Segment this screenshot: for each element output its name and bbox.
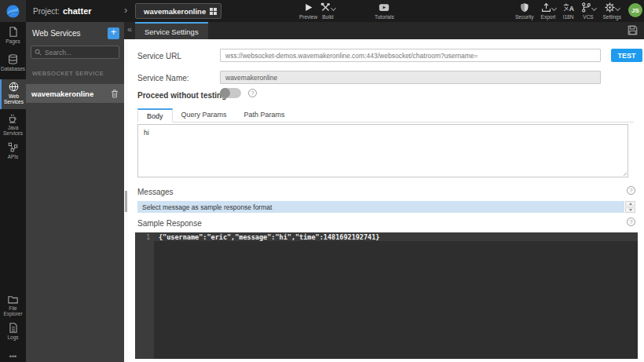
websocket-service-section-title: WEBSOCKET SERVICE <box>26 70 124 77</box>
service-settings-content: Service URL TEST Service Name: Proceed w… <box>124 39 644 362</box>
scroll-down-button[interactable] <box>625 207 635 213</box>
panel-header: Web Services + <box>26 22 124 44</box>
editor-tab-bar: « Service Settings <box>124 22 644 39</box>
project-breadcrumb: Project: chatter <box>33 0 92 22</box>
settings-button[interactable]: Settings <box>603 2 622 20</box>
panel-title: Web Services <box>32 29 108 38</box>
service-url-label: Service URL <box>137 52 181 60</box>
messages-help-icon[interactable]: ? <box>627 186 635 195</box>
sidebar-item-java-services[interactable]: Java Services <box>0 111 26 137</box>
service-tab[interactable]: wavemakeronline <box>135 3 221 19</box>
wavemaker-logo-icon <box>6 5 20 18</box>
i18n-translate-icon: A <box>563 2 574 13</box>
tab-path-params[interactable]: Path Params <box>236 108 294 122</box>
build-caret-icon <box>331 5 336 11</box>
service-name-input <box>220 71 601 84</box>
search-icon <box>35 49 42 56</box>
add-service-button[interactable]: + <box>108 27 119 39</box>
web-services-globe-icon <box>9 82 19 92</box>
toggle-knob <box>220 88 230 98</box>
settings-gear-icon <box>605 2 615 13</box>
search-input[interactable] <box>45 49 115 57</box>
pages-icon <box>9 27 18 37</box>
save-icon[interactable] <box>628 25 638 35</box>
collapse-panel-button[interactable]: « <box>127 24 132 34</box>
proceed-without-testing-label: Proceed without testing <box>137 91 226 100</box>
service-name-label: Service Name: <box>137 74 189 82</box>
request-tabs: Body Query Params Path Params <box>137 108 634 122</box>
more-dots-icon: ••• <box>9 353 16 360</box>
line-number: 1 <box>135 233 150 241</box>
service-list-item[interactable]: wavemakeronline <box>26 84 124 103</box>
export-caret-icon <box>551 5 556 11</box>
project-name[interactable]: chatter <box>63 6 92 16</box>
scroll-up-button[interactable] <box>625 201 635 207</box>
left-nav-rail: Pages Databases Web Services <box>0 22 26 362</box>
body-textarea[interactable]: hi <box>138 125 628 177</box>
service-tab-label: wavemakeronline <box>144 7 206 16</box>
sidebar-item-logs[interactable]: Logs <box>0 320 26 340</box>
service-item-label: wavemakeronline <box>31 90 111 98</box>
sidebar-item-web-services[interactable]: Web Services <box>0 79 26 109</box>
messages-label: Messages <box>137 188 174 196</box>
sidebar-item-databases[interactable]: Databases <box>0 52 26 71</box>
tab-service-settings[interactable]: Service Settings <box>135 22 208 39</box>
export-button[interactable]: Export <box>541 2 556 20</box>
build-button[interactable]: Build <box>320 2 335 20</box>
java-services-coffee-icon <box>8 113 18 123</box>
wavemaker-logo[interactable] <box>0 0 26 22</box>
vcs-caret-icon <box>591 5 596 11</box>
body-textarea-wrap: hi <box>137 124 628 177</box>
databases-icon <box>8 54 18 64</box>
svg-text:A: A <box>569 5 573 13</box>
test-button[interactable]: TEST <box>611 49 642 62</box>
security-button[interactable]: Security <box>515 2 533 20</box>
service-search-box[interactable] <box>31 46 119 59</box>
tutorials-video-icon <box>379 2 390 13</box>
message-list-selected-item[interactable]: Select message as sample response format <box>137 201 624 213</box>
vcs-button[interactable]: VCS <box>581 2 596 20</box>
apis-icon <box>8 142 18 152</box>
sample-response-label: Sample Response <box>137 219 202 228</box>
wavemaker-studio: Project: chatter › wavemakeronline Previ… <box>0 0 644 362</box>
editor-gutter <box>135 232 154 359</box>
delete-trash-icon[interactable] <box>111 89 119 98</box>
file-explorer-folder-icon <box>8 294 18 304</box>
preview-button[interactable]: Preview <box>299 2 317 20</box>
play-icon <box>304 2 313 13</box>
more-options-button[interactable]: ••• <box>0 350 26 360</box>
tutorials-button[interactable]: Tutorials <box>375 2 394 20</box>
tab-body[interactable]: Body <box>137 108 173 122</box>
user-avatar[interactable]: JS <box>628 3 642 17</box>
sidebar-item-apis[interactable]: APIs <box>0 140 26 159</box>
proceed-toggle[interactable] <box>220 88 241 98</box>
top-bar: Project: chatter › wavemakeronline Previ… <box>0 0 644 22</box>
build-tools-icon <box>320 2 331 13</box>
content-scrollbar[interactable] <box>124 39 128 362</box>
settings-caret-icon <box>615 5 620 11</box>
sidebar-item-file-explorer[interactable]: File Explorer <box>0 292 26 317</box>
logs-icon <box>9 323 18 333</box>
project-label: Project: <box>33 7 60 16</box>
message-item-text: Select message as sample response format <box>137 203 272 211</box>
sample-response-code[interactable]: {"username":"eric","message":"hi","time"… <box>159 233 379 241</box>
sample-response-editor[interactable]: 1 {"username":"eric","message":"hi","tim… <box>135 232 638 359</box>
vcs-branch-icon <box>581 2 591 13</box>
proceed-help-icon[interactable]: ? <box>248 89 257 97</box>
security-shield-icon <box>520 2 529 13</box>
topbar-right-actions: Security Export A <box>515 2 642 20</box>
service-url-input[interactable] <box>220 49 601 62</box>
breadcrumb-chevron: › <box>124 4 127 16</box>
export-icon <box>541 2 551 13</box>
tab-query-params[interactable]: Query Params <box>173 108 236 122</box>
message-list-scrollbar <box>625 201 635 213</box>
scrollbar-thumb[interactable] <box>125 191 127 212</box>
dashboard-grid-icon[interactable] <box>210 8 217 15</box>
i18n-button[interactable]: A I18N <box>563 2 574 20</box>
sample-response-help-icon[interactable]: ? <box>627 218 635 226</box>
web-services-panel: Web Services + WEBSOCKET SERVICE wavemak… <box>26 22 124 362</box>
resize-handle[interactable] <box>621 170 627 176</box>
sidebar-item-pages[interactable]: Pages <box>0 24 26 44</box>
